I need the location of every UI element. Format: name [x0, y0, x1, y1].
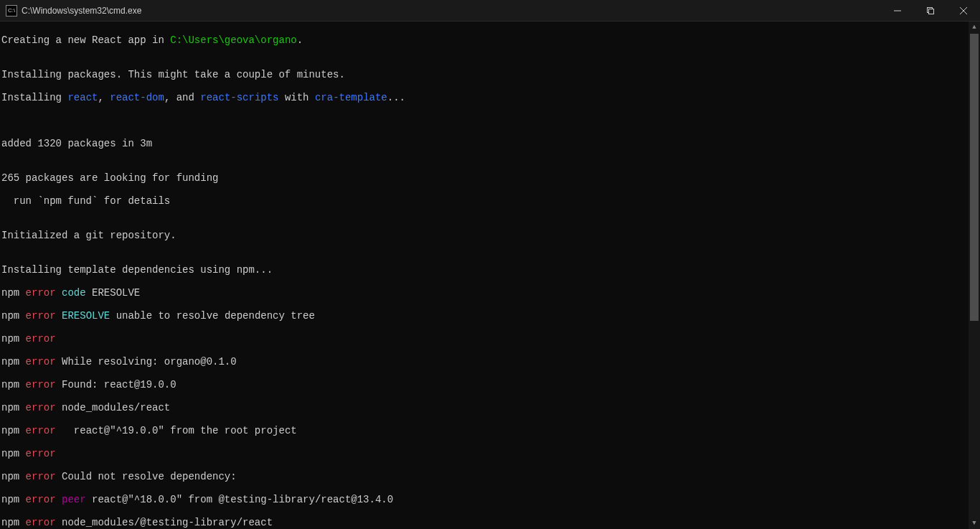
output-line: npm error Could not resolve dependency:	[1, 471, 979, 482]
output-line: npm error	[1, 333, 979, 345]
svg-rect-2	[929, 9, 934, 14]
window-titlebar: C:\ C:\Windows\system32\cmd.exe	[0, 0, 980, 22]
maximize-button[interactable]	[914, 0, 947, 22]
scrollbar-up-button[interactable]: ▲	[969, 22, 980, 33]
titlebar-left: C:\ C:\Windows\system32\cmd.exe	[6, 5, 141, 17]
output-line: npm error node_modules/react	[1, 402, 979, 413]
terminal-output[interactable]: Creating a new React app in C:\Users\geo…	[0, 22, 980, 529]
scrollbar-thumb[interactable]	[970, 34, 979, 321]
minimize-button[interactable]	[881, 0, 914, 22]
window-title: C:\Windows\system32\cmd.exe	[22, 6, 141, 16]
output-line: Creating a new React app in C:\Users\geo…	[1, 34, 979, 46]
output-line: npm error react@"^19.0.0" from the root …	[1, 425, 979, 436]
output-line: run `npm fund` for details	[1, 195, 979, 207]
output-line: added 1320 packages in 3m	[1, 138, 979, 149]
output-line: Installing react, react-dom, and react-s…	[1, 92, 979, 103]
close-button[interactable]	[947, 0, 980, 22]
output-line: npm error	[1, 448, 979, 459]
titlebar-controls	[881, 0, 980, 22]
cmd-icon: C:\	[6, 5, 17, 17]
output-line: npm error code ERESOLVE	[1, 287, 979, 299]
terminal-wrapper: Creating a new React app in C:\Users\geo…	[0, 22, 980, 529]
output-line: npm error ERESOLVE unable to resolve dep…	[1, 310, 979, 322]
output-line: Installing packages. This might take a c…	[1, 69, 979, 80]
output-line: npm error Found: react@19.0.0	[1, 379, 979, 390]
output-line: npm error peer react@"^18.0.0" from @tes…	[1, 494, 979, 505]
scrollbar-down-button[interactable]: ▼	[969, 518, 980, 529]
output-line: Initialized a git repository.	[1, 230, 979, 241]
scrollbar[interactable]: ▲ ▼	[969, 22, 980, 529]
output-line: npm error node_modules/@testing-library/…	[1, 517, 979, 528]
output-line: 265 packages are looking for funding	[1, 172, 979, 184]
output-line: Installing template dependencies using n…	[1, 264, 979, 276]
output-line: npm error While resolving: organo@0.1.0	[1, 356, 979, 368]
